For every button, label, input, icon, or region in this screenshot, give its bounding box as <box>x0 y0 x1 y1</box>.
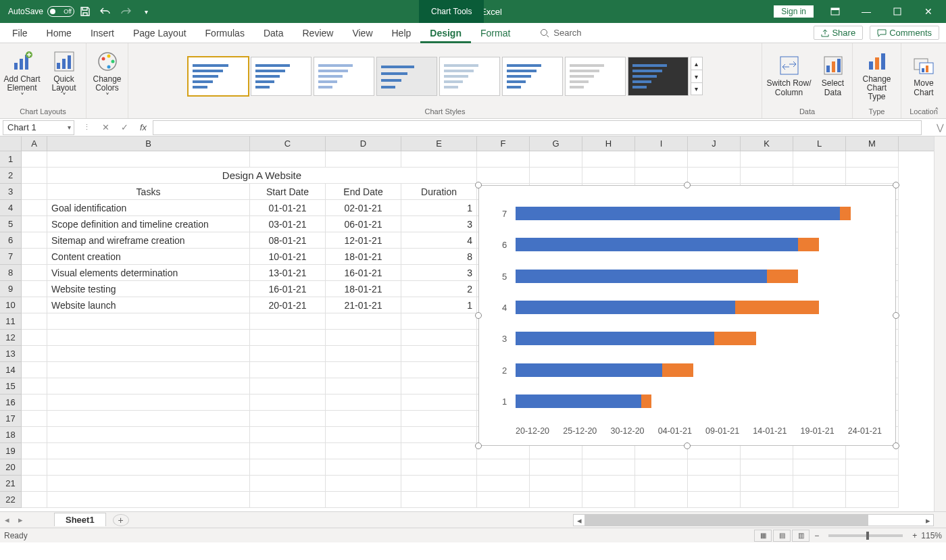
cell-G22[interactable] <box>530 492 582 508</box>
cell-G2[interactable] <box>530 168 582 184</box>
cell-B3[interactable]: Tasks <box>47 184 250 200</box>
cell-A17[interactable] <box>22 411 47 427</box>
row-header-13[interactable]: 13 <box>0 346 21 362</box>
tab-page-layout[interactable]: Page Layout <box>124 23 196 43</box>
cell-A7[interactable] <box>22 249 47 265</box>
column-header-I[interactable]: I <box>635 136 688 151</box>
autosave-toggle[interactable]: Off <box>47 6 74 17</box>
cell-E4[interactable]: 1 <box>401 200 477 216</box>
cell-D8[interactable]: 16-01-21 <box>326 265 401 281</box>
minimize-icon[interactable]: — <box>851 0 881 23</box>
cell-D10[interactable]: 21-01-21 <box>326 297 401 313</box>
cell-B4[interactable]: Goal identification <box>47 200 250 216</box>
cell-G21[interactable] <box>530 476 582 492</box>
column-header-G[interactable]: G <box>530 136 582 151</box>
cell-K20[interactable] <box>741 459 793 476</box>
chart-style-3[interactable] <box>314 57 374 96</box>
cell-A11[interactable] <box>22 313 47 330</box>
tab-review[interactable]: Review <box>293 23 343 43</box>
resize-handle[interactable] <box>684 182 691 188</box>
column-header-F[interactable]: F <box>477 136 530 151</box>
row-header-1[interactable]: 1 <box>0 151 21 168</box>
zoom-level[interactable]: 115% <box>921 531 942 540</box>
embedded-chart[interactable]: 20-12-2025-12-2030-12-2004-01-2109-01-21… <box>478 185 896 446</box>
cell-H22[interactable] <box>582 492 635 508</box>
row-header-10[interactable]: 10 <box>0 297 21 313</box>
cell-D12[interactable] <box>326 330 401 346</box>
cell-B8[interactable]: Visual elements determination <box>47 265 250 281</box>
move-chart-button[interactable]: Move Chart <box>904 49 943 103</box>
row-header-16[interactable]: 16 <box>0 394 21 411</box>
cell-B19[interactable] <box>47 443 250 459</box>
cell-H21[interactable] <box>582 476 635 492</box>
cell-E3[interactable]: Duration <box>401 184 477 200</box>
cell-A20[interactable] <box>22 459 47 476</box>
zoom-slider[interactable] <box>828 534 903 537</box>
cell-M21[interactable] <box>846 476 899 492</box>
cell-C3[interactable]: Start Date <box>250 184 326 200</box>
cell-C5[interactable]: 03-01-21 <box>250 216 326 232</box>
chart-bar-7[interactable] <box>516 207 882 220</box>
normal-view-icon[interactable]: ▦ <box>754 530 772 542</box>
cell-A6[interactable] <box>22 232 47 249</box>
row-header-12[interactable]: 12 <box>0 330 21 346</box>
cell-D22[interactable] <box>326 492 401 508</box>
cell-K21[interactable] <box>741 476 793 492</box>
select-data-button[interactable]: Select Data <box>816 49 850 103</box>
cell-B5[interactable]: Scope definition and timeline creation <box>47 216 250 232</box>
cell-A13[interactable] <box>22 346 47 362</box>
chart-style-5[interactable] <box>439 57 500 96</box>
cell-A19[interactable] <box>22 443 47 459</box>
cell-D13[interactable] <box>326 346 401 362</box>
cell-F22[interactable] <box>477 492 530 508</box>
cell-D1[interactable] <box>326 151 401 168</box>
collapse-ribbon-icon[interactable]: ˄ <box>931 105 942 116</box>
resize-handle[interactable] <box>893 312 899 319</box>
column-header-K[interactable]: K <box>741 136 793 151</box>
chart-style-1[interactable] <box>188 57 249 96</box>
cell-I1[interactable] <box>635 151 688 168</box>
cell-I20[interactable] <box>635 459 688 476</box>
cell-C14[interactable] <box>250 362 326 378</box>
add-sheet-button[interactable]: + <box>113 514 129 526</box>
chart-style-6[interactable] <box>502 57 563 96</box>
tab-formulas[interactable]: Formulas <box>196 23 254 43</box>
cell-L2[interactable] <box>793 168 846 184</box>
cell-M22[interactable] <box>846 492 899 508</box>
switch-row-column-button[interactable]: Switch Row/ Column <box>765 49 814 103</box>
cell-B14[interactable] <box>47 362 250 378</box>
cell-C9[interactable]: 16-01-21 <box>250 281 326 297</box>
cell-J2[interactable] <box>688 168 741 184</box>
chart-bar-1[interactable] <box>516 394 882 408</box>
chart-bar-6[interactable] <box>516 238 882 251</box>
tab-view[interactable]: View <box>343 23 382 43</box>
resize-handle[interactable] <box>893 182 899 188</box>
change-chart-type-button[interactable]: Change Chart Type <box>857 49 897 103</box>
chart-style-8[interactable] <box>628 57 689 96</box>
cell-C13[interactable] <box>250 346 326 362</box>
cell-C21[interactable] <box>250 476 326 492</box>
row-header-2[interactable]: 2 <box>0 168 21 184</box>
row-header-20[interactable]: 20 <box>0 459 21 476</box>
row-header-4[interactable]: 4 <box>0 200 21 216</box>
cell-C1[interactable] <box>250 151 326 168</box>
cell-H1[interactable] <box>582 151 635 168</box>
column-header-C[interactable]: C <box>250 136 326 151</box>
quick-layout-button[interactable]: Quick Layout ˅ <box>45 49 84 103</box>
row-header-3[interactable]: 3 <box>0 184 21 200</box>
cell-A15[interactable] <box>22 378 47 394</box>
chart-x-axis[interactable]: 20-12-2025-12-2030-12-2004-01-2109-01-21… <box>516 426 882 436</box>
cell-A21[interactable] <box>22 476 47 492</box>
cell-B7[interactable]: Content creation <box>47 249 250 265</box>
cell-B1[interactable] <box>47 151 250 168</box>
cell-D17[interactable] <box>326 411 401 427</box>
chart-plot-area[interactable] <box>516 198 882 417</box>
sign-in-button[interactable]: Sign in <box>774 5 814 18</box>
page-break-view-icon[interactable]: ▥ <box>792 530 810 542</box>
cell-E6[interactable]: 4 <box>401 232 477 249</box>
chart-style-4[interactable] <box>376 57 437 96</box>
cell-B6[interactable]: Sitemap and wireframe creation <box>47 232 250 249</box>
tab-format[interactable]: Format <box>471 23 520 43</box>
cell-C18[interactable] <box>250 427 326 443</box>
cell-E12[interactable] <box>401 330 477 346</box>
